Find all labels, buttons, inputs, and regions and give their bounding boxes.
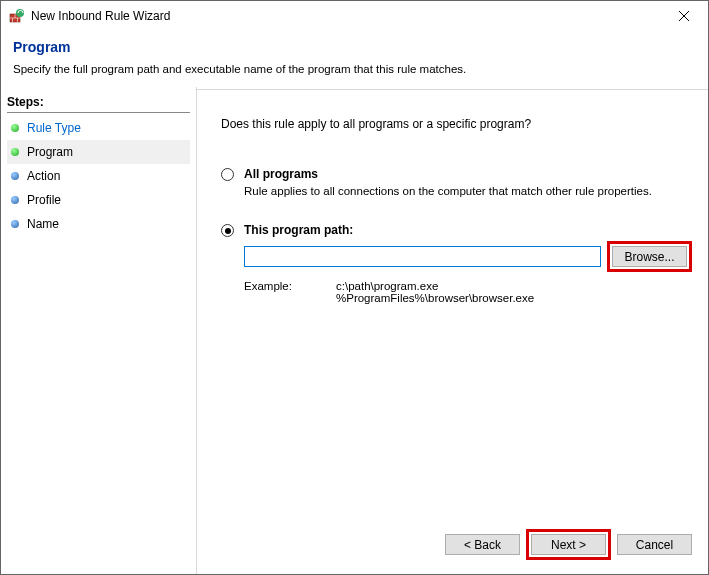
program-path-input[interactable] xyxy=(244,246,601,267)
step-bullet-icon xyxy=(11,220,19,228)
step-item-rule-type[interactable]: Rule Type xyxy=(7,116,190,140)
step-item-name[interactable]: Name xyxy=(7,212,190,236)
steps-pane: Steps: Rule TypeProgramActionProfileName xyxy=(1,87,196,574)
steps-title: Steps: xyxy=(7,95,190,113)
example-lines: c:\path\program.exe %ProgramFiles%\brows… xyxy=(336,280,534,304)
titlebar: New Inbound Rule Wizard xyxy=(1,1,708,31)
next-button[interactable]: Next > xyxy=(531,534,606,555)
wizard-body: Steps: Rule TypeProgramActionProfileName… xyxy=(1,87,708,574)
radio-all-programs-label: All programs xyxy=(244,167,318,181)
step-label: Program xyxy=(27,145,73,159)
step-label: Profile xyxy=(27,193,61,207)
close-icon xyxy=(679,11,689,21)
next-highlight: Next > xyxy=(526,529,611,560)
page-subtitle: Specify the full program path and execut… xyxy=(13,63,696,75)
content-pane: Does this rule apply to all programs or … xyxy=(196,87,708,574)
button-bar: < Back Next > Cancel xyxy=(445,529,692,560)
firewall-icon xyxy=(9,8,25,24)
step-label: Action xyxy=(27,169,60,183)
back-button[interactable]: < Back xyxy=(445,534,520,555)
close-button[interactable] xyxy=(661,2,706,30)
step-label: Rule Type xyxy=(27,121,81,135)
radio-program-path-row[interactable]: This program path: xyxy=(221,223,692,237)
browse-button[interactable]: Browse... xyxy=(612,246,687,267)
step-label: Name xyxy=(27,217,59,231)
radio-program-path[interactable] xyxy=(221,224,234,237)
window-title: New Inbound Rule Wizard xyxy=(31,9,661,23)
question-text: Does this rule apply to all programs or … xyxy=(221,117,692,131)
example-label: Example: xyxy=(244,280,300,304)
cancel-button[interactable]: Cancel xyxy=(617,534,692,555)
radio-program-path-label: This program path: xyxy=(244,223,353,237)
step-bullet-icon xyxy=(11,196,19,204)
example-row: Example: c:\path\program.exe %ProgramFil… xyxy=(244,280,692,304)
step-item-program[interactable]: Program xyxy=(7,140,190,164)
step-item-profile[interactable]: Profile xyxy=(7,188,190,212)
wizard-header: Program Specify the full program path an… xyxy=(1,31,708,90)
step-bullet-icon xyxy=(11,148,19,156)
radio-all-programs[interactable] xyxy=(221,168,234,181)
page-title: Program xyxy=(13,39,696,55)
radio-all-programs-desc: Rule applies to all connections on the c… xyxy=(244,185,692,197)
radio-all-programs-row[interactable]: All programs xyxy=(221,167,692,181)
step-bullet-icon xyxy=(11,172,19,180)
step-bullet-icon xyxy=(11,124,19,132)
browse-highlight: Browse... xyxy=(607,241,692,272)
step-item-action[interactable]: Action xyxy=(7,164,190,188)
